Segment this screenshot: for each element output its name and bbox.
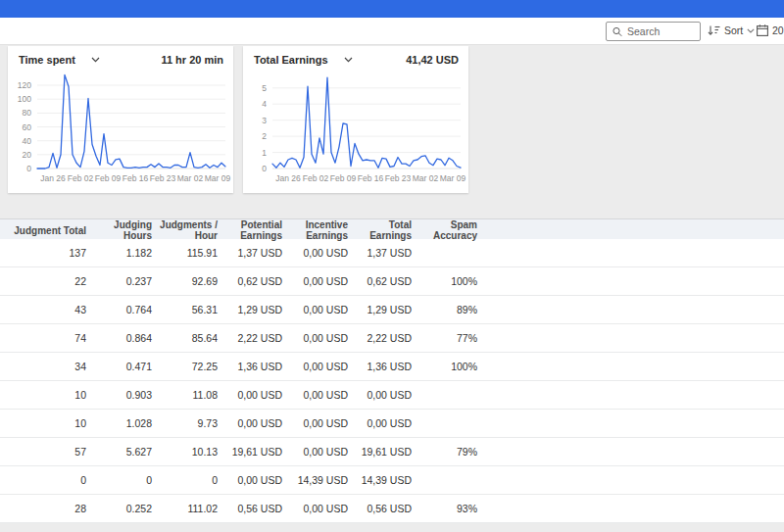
card-value: 11 hr 20 min [161,54,223,66]
sort-icon [708,24,720,36]
top-app-bar [0,0,784,18]
table-cell: 0,00 USD [282,332,348,344]
svg-text:40: 40 [23,136,32,146]
table-cell: 0,00 USD [282,247,348,259]
table-row[interactable]: 280.252111.020,56 USD0,00 USD0,56 USD93% [0,495,784,523]
svg-text:Feb 02: Feb 02 [303,173,329,183]
table-cell: 10 [0,389,86,401]
card-title: Time spent [19,54,75,66]
svg-text:4: 4 [262,99,267,109]
table-cell: 72.25 [152,361,218,372]
table-body: 1371.182115.911,37 USD0,00 USD1,37 USD22… [0,239,784,523]
table-cell: 2,22 USD [348,332,412,344]
table-cell: 0,00 USD [282,446,348,458]
table-cell: 9.73 [152,417,218,429]
table-row[interactable]: 0000,00 USD14,39 USD14,39 USD [0,466,784,495]
table-row[interactable]: 740.86485.642,22 USD0,00 USD2,22 USD77% [0,324,784,353]
table-row[interactable]: 101.0289.730,00 USD0,00 USD0,00 USD [0,410,784,438]
table-row[interactable]: 1371.182115.911,37 USD0,00 USD1,37 USD [0,239,784,267]
table-cell: 56.31 [152,304,218,315]
table-row[interactable]: 575.62710.1319,61 USD0,00 USD19,61 USD79… [0,438,784,466]
svg-text:120: 120 [18,80,31,90]
svg-text:Feb 09: Feb 09 [95,173,122,183]
table-cell: 0.471 [86,361,152,372]
table-cell: 100% [412,361,477,372]
column-header: Spam Accuracy [412,219,477,241]
svg-text:5: 5 [262,83,267,93]
metric-dropdown[interactable] [344,57,353,63]
table-cell: 0,00 USD [282,304,348,315]
calendar-icon [757,24,768,36]
table-cell: 57 [0,446,86,458]
table-cell: 0,62 USD [218,275,282,287]
svg-text:0: 0 [262,164,267,173]
table-cell: 0,00 USD [282,389,348,401]
table-cell: 0,00 USD [282,503,348,514]
table-cell: 1,36 USD [348,361,412,372]
search-box[interactable] [606,22,701,41]
table-cell: 0,00 USD [218,474,282,486]
table-cell: 11.08 [152,389,218,401]
svg-text:Mar 09: Mar 09 [205,173,231,183]
column-header: Potential Earnings [218,219,282,241]
table-cell: 111.02 [152,503,218,514]
table-cell: 100% [412,275,477,287]
time-spent-chart: 020406080100120Jan 26Feb 02Feb 09Feb 16F… [8,66,233,191]
table-cell: 137 [0,247,86,259]
svg-text:100: 100 [18,94,31,104]
column-header: Total Earnings [348,219,412,241]
table-row[interactable]: 100.90311.080,00 USD0,00 USD0,00 USD [0,381,784,410]
sort-button[interactable]: Sort [708,24,755,36]
table-cell: 85.64 [152,332,218,344]
date-range-label: 20.0 [772,24,784,36]
table-cell: 22 [0,275,86,287]
table-cell: 115.91 [152,247,218,259]
total-earnings-card: Total Earnings 41,42 USD 012345Jan 26Feb… [243,46,468,193]
svg-text:Feb 16: Feb 16 [358,173,384,183]
table-cell: 0,00 USD [282,275,348,287]
table-cell: 28 [0,503,86,514]
table-cell: 2,22 USD [218,332,282,344]
svg-text:20: 20 [23,150,32,160]
search-input[interactable] [627,25,694,37]
table-row[interactable]: 220.23792.690,62 USD0,00 USD0,62 USD100% [0,267,784,296]
table-cell: 0.252 [86,503,152,514]
table-cell: 1,29 USD [218,304,282,315]
svg-text:60: 60 [23,122,32,132]
chart-cards: Time spent 11 hr 20 min 020406080100120J… [8,46,468,193]
svg-text:Jan 26: Jan 26 [40,173,66,183]
table-cell: 19,61 USD [348,446,412,458]
table-cell: 0,00 USD [218,417,282,429]
table-cell: 10.13 [152,446,218,458]
table-cell: 0.237 [86,275,152,287]
svg-text:Mar 02: Mar 02 [413,173,439,183]
table-row[interactable]: 430.76456.311,29 USD0,00 USD1,29 USD89% [0,296,784,324]
table-cell: 0,56 USD [348,503,412,514]
date-range-button[interactable]: 20.0 [757,24,784,36]
table-cell: 14,39 USD [348,474,412,486]
table-cell: 0,00 USD [348,417,412,429]
table-cell: 0 [0,474,86,486]
column-header: Incentive Earnings [282,219,348,241]
table-cell: 1,37 USD [348,247,412,259]
total-earnings-chart: 012345Jan 26Feb 02Feb 09Feb 16Feb 23Mar … [243,66,468,191]
metric-dropdown[interactable] [91,57,100,63]
table-cell: 1,36 USD [218,361,282,372]
table-cell: 0 [86,474,152,486]
table-row[interactable]: 340.47172.251,36 USD0,00 USD1,36 USD100% [0,353,784,381]
sort-label: Sort [724,24,743,36]
svg-text:0: 0 [26,164,31,173]
table-cell: 34 [0,361,86,372]
svg-text:1: 1 [262,148,267,158]
svg-text:Mar 02: Mar 02 [177,173,204,183]
table-cell: 0.764 [86,304,152,315]
table-cell: 89% [412,304,477,315]
svg-text:Feb 02: Feb 02 [68,173,94,183]
table-cell: 14,39 USD [282,474,348,486]
table-cell: 92.69 [152,275,218,287]
table-cell: 0.903 [86,389,152,401]
table-cell: 0,00 USD [348,389,412,401]
svg-text:3: 3 [262,116,267,125]
svg-text:80: 80 [23,108,32,118]
table-cell: 1,37 USD [218,247,282,259]
